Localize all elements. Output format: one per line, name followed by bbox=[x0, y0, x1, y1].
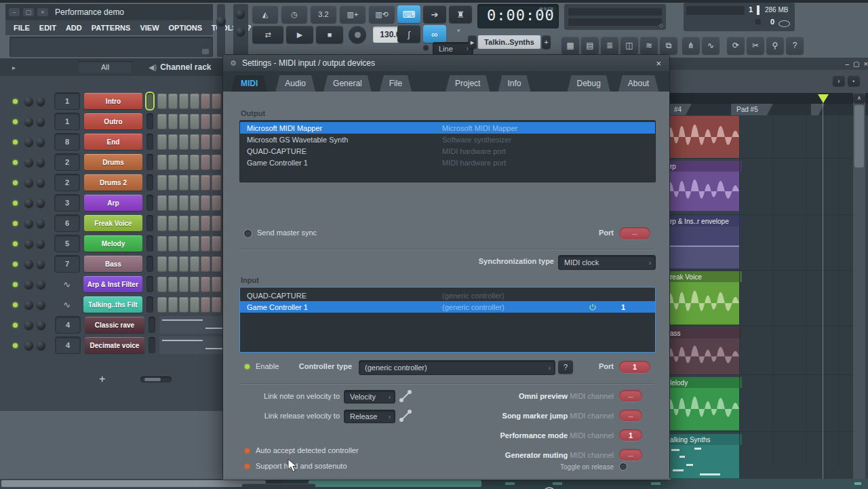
channel-led-icon[interactable] bbox=[13, 180, 18, 185]
step-cell[interactable] bbox=[201, 236, 210, 252]
channel-led-icon[interactable] bbox=[13, 221, 18, 226]
playlist-maximize-icon[interactable]: ▢ bbox=[853, 60, 859, 68]
tab-about[interactable]: About bbox=[618, 75, 658, 92]
channel-pan-knob[interactable] bbox=[24, 117, 33, 126]
clip-wave[interactable] bbox=[667, 338, 739, 375]
record-button[interactable] bbox=[349, 26, 366, 43]
step-cell[interactable] bbox=[201, 277, 210, 292]
count-in-button[interactable]: 3.2 bbox=[311, 5, 336, 23]
time-display[interactable]: 0:00:00 M:S:CS bbox=[477, 4, 559, 28]
rack-menu-arrow-icon[interactable]: ▸ bbox=[12, 64, 16, 71]
channel-mute-pill[interactable] bbox=[146, 154, 153, 170]
multilink-controllers-toggle[interactable]: ∞ bbox=[423, 25, 446, 43]
channel-mute-pill[interactable] bbox=[146, 195, 153, 211]
play-button[interactable]: ▶ bbox=[286, 26, 313, 43]
step-cell[interactable] bbox=[190, 94, 199, 109]
channel-mute-pill[interactable] bbox=[146, 93, 153, 109]
auto-accept-led-icon[interactable] bbox=[245, 448, 250, 453]
step-cell[interactable] bbox=[190, 175, 199, 191]
channel-volume-knob[interactable] bbox=[37, 219, 45, 228]
channel-volume-knob[interactable] bbox=[37, 280, 45, 289]
rack-hscroll[interactable] bbox=[140, 376, 172, 383]
midi-channel-pill-generator-muting[interactable]: -- bbox=[619, 449, 642, 461]
channel-volume-knob[interactable] bbox=[37, 138, 45, 146]
input-device-row[interactable]: Game Controller 1(generic controller)1 bbox=[240, 301, 655, 313]
step-cell[interactable] bbox=[168, 114, 178, 130]
step-edit-toggle[interactable]: ➔ bbox=[423, 5, 446, 23]
output-device-list[interactable]: Microsoft MIDI MapperMicrosoft MIDI Mapp… bbox=[239, 120, 656, 182]
minimize-icon[interactable]: – bbox=[9, 8, 20, 16]
scroll-up-icon[interactable]: ∧ bbox=[853, 93, 865, 103]
playlist-vscroll-thumb[interactable] bbox=[854, 105, 864, 168]
step-cell[interactable] bbox=[157, 236, 167, 252]
step-cell[interactable] bbox=[201, 175, 210, 191]
playlist-hscroll[interactable] bbox=[281, 479, 868, 489]
channel-led-icon[interactable] bbox=[13, 282, 18, 287]
add-channel-button[interactable]: + bbox=[99, 373, 105, 385]
typing-keyboard-toggle[interactable]: ⌨ bbox=[397, 5, 420, 23]
tab-file[interactable]: File bbox=[380, 75, 412, 92]
step-cell[interactable] bbox=[157, 155, 167, 170]
pattern-next-button[interactable]: + bbox=[542, 35, 551, 49]
toggle-on-release-radio[interactable] bbox=[619, 463, 627, 471]
input-device-row[interactable]: QUAD-CAPTURE(generic controller) bbox=[240, 290, 655, 301]
step-cell[interactable] bbox=[179, 155, 189, 170]
step-cell[interactable] bbox=[212, 195, 221, 211]
step-cell[interactable] bbox=[179, 114, 189, 130]
step-cell[interactable] bbox=[157, 216, 167, 231]
channel-button-drums[interactable]: Drums bbox=[84, 154, 142, 170]
browser-button[interactable]: ◫ bbox=[620, 37, 638, 54]
step-cell[interactable] bbox=[201, 216, 210, 231]
step-cell[interactable] bbox=[168, 195, 178, 211]
channel-mute-pill[interactable] bbox=[146, 134, 153, 150]
timeline-marker[interactable]: Pad #5 bbox=[731, 104, 773, 115]
channel-mute-pill[interactable] bbox=[146, 174, 153, 191]
tab-general[interactable]: General bbox=[323, 75, 372, 92]
automation-lane-preview[interactable] bbox=[159, 336, 225, 354]
clip-label[interactable]: rp bbox=[667, 161, 742, 172]
playlist-minimize-icon[interactable]: – bbox=[846, 60, 850, 68]
step-cell[interactable] bbox=[201, 297, 210, 313]
settings-close-icon[interactable]: × bbox=[656, 58, 661, 69]
step-cell[interactable] bbox=[212, 236, 221, 252]
mixer-button[interactable]: ≋ bbox=[640, 37, 658, 54]
midi-channel-pill-omni-preview[interactable]: -- bbox=[619, 390, 642, 402]
channel-button-melody[interactable]: Melody bbox=[84, 235, 142, 252]
timeline[interactable]: #4Pad #5 bbox=[667, 104, 868, 115]
clip-env[interactable] bbox=[667, 227, 739, 269]
channel-target-track[interactable]: 2 bbox=[54, 153, 79, 171]
step-cell[interactable] bbox=[168, 256, 178, 272]
refresh-device-list-button[interactable]: Refresh device list bbox=[242, 484, 315, 489]
channel-led-icon[interactable] bbox=[13, 160, 18, 165]
step-cell[interactable] bbox=[179, 94, 189, 109]
help-button[interactable]: ? bbox=[786, 37, 804, 54]
channel-volume-knob[interactable] bbox=[37, 117, 45, 126]
blend-notes-toggle[interactable]: ʃ bbox=[397, 25, 420, 43]
channel-led-icon[interactable] bbox=[13, 99, 18, 104]
link-cable-icon[interactable] bbox=[398, 389, 413, 404]
snap-selector[interactable]: Line › bbox=[433, 42, 473, 55]
step-cell[interactable] bbox=[168, 277, 178, 292]
clip-label[interactable]: rp & Ins..r envelope bbox=[667, 216, 742, 227]
automation-lane-preview[interactable] bbox=[159, 316, 225, 334]
support-hold-led-icon[interactable] bbox=[245, 464, 250, 469]
step-cell[interactable] bbox=[190, 297, 199, 313]
step-cell[interactable] bbox=[212, 297, 221, 313]
clip-label[interactable]: reak Voice bbox=[667, 271, 742, 282]
channel-pan-knob[interactable] bbox=[24, 260, 33, 269]
step-cell[interactable] bbox=[157, 175, 167, 191]
tab-audio[interactable]: Audio bbox=[275, 75, 315, 92]
channel-pan-knob[interactable] bbox=[24, 239, 33, 248]
channel-target-track[interactable]: 1 bbox=[54, 113, 79, 130]
step-cell[interactable] bbox=[190, 114, 199, 130]
foot-pedal-button[interactable]: ∿ bbox=[702, 37, 719, 54]
channel-button-arp-inst-filter[interactable]: Arp & Inst Filter bbox=[83, 276, 142, 292]
menu-item-file[interactable]: FILE bbox=[14, 24, 30, 32]
tab-debug[interactable]: Debug bbox=[567, 75, 610, 92]
step-cell[interactable] bbox=[190, 277, 199, 292]
output-device-row[interactable]: Microsoft GS Wavetable SynthSoftware syn… bbox=[240, 134, 655, 145]
channel-pan-knob[interactable] bbox=[24, 280, 33, 289]
channel-pan-knob[interactable] bbox=[24, 300, 33, 309]
output-device-row[interactable]: Microsoft MIDI MapperMicrosoft MIDI Mapp… bbox=[240, 122, 655, 134]
step-cell[interactable] bbox=[179, 175, 189, 191]
